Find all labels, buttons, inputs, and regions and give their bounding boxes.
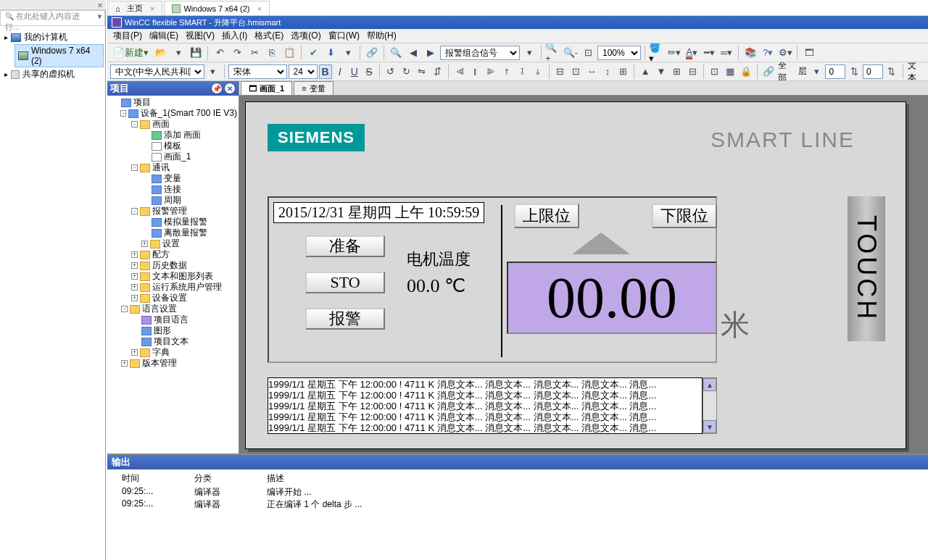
message-list[interactable]: 1999/1/1 星期五 下午 12:00:00 ! 4711 K 消息文本..… bbox=[268, 377, 703, 434]
expand-toggle[interactable]: - bbox=[131, 164, 138, 171]
editor-canvas-wrap[interactable]: SIEMENS SMART LINE 2015/12/31 星期四 上午 10:… bbox=[239, 96, 928, 454]
nav-fwd-button[interactable]: ▶ bbox=[423, 45, 439, 61]
distribute-h-button[interactable]: ⊟ bbox=[553, 64, 568, 80]
sto-button[interactable]: STO bbox=[305, 272, 385, 293]
language-combo[interactable]: 中文(中华人民共和国) bbox=[110, 64, 204, 79]
alarm-combo[interactable]: 报警组合信号 bbox=[440, 46, 520, 60]
vm-tree-shared[interactable]: ▸ 共享的虚拟机 bbox=[1, 67, 104, 81]
open-button[interactable]: 📂 bbox=[153, 45, 169, 61]
project-tree-item[interactable]: -画面 bbox=[107, 119, 239, 130]
project-tree-item[interactable]: 画面_1 bbox=[107, 151, 239, 162]
position-value[interactable]: 00.00 bbox=[507, 262, 717, 334]
dropdown-icon[interactable]: ▾ bbox=[810, 64, 824, 80]
scroll-up-button[interactable]: ▲ bbox=[703, 378, 716, 391]
project-tree[interactable]: 项目-设备_1(Smart 700 IE V3)-画面添加 画面模板画面_1-通… bbox=[107, 96, 239, 454]
zoom-out-button[interactable]: 🔍- bbox=[563, 45, 579, 61]
menu-window[interactable]: 窗口(W) bbox=[326, 30, 362, 42]
send-back-button[interactable]: ▼ bbox=[654, 64, 668, 80]
project-tree-item[interactable]: 连接 bbox=[107, 184, 239, 195]
menu-edit[interactable]: 编辑(E) bbox=[146, 30, 181, 42]
editor-tab-tags[interactable]: ≡ 变量 bbox=[294, 81, 333, 95]
rotate-right-button[interactable]: ↻ bbox=[399, 64, 413, 80]
expand-toggle[interactable]: + bbox=[131, 349, 138, 356]
menu-format[interactable]: 格式(E) bbox=[252, 30, 286, 42]
fontsize-combo[interactable]: 24 bbox=[289, 64, 318, 79]
expand-toggle[interactable]: - bbox=[131, 121, 138, 128]
project-tree-item[interactable]: +设置 bbox=[107, 238, 239, 249]
expand-toggle[interactable]: + bbox=[131, 295, 138, 301]
menu-view[interactable]: 视图(V) bbox=[183, 30, 218, 42]
close-button[interactable]: ✕ bbox=[224, 83, 236, 94]
project-tree-item[interactable]: +历史数据 bbox=[107, 260, 239, 271]
rotate-left-button[interactable]: ↺ bbox=[384, 64, 398, 80]
ungroup-button[interactable]: ⊟ bbox=[685, 64, 700, 80]
line-color-button[interactable]: ✏▾ bbox=[666, 45, 682, 61]
panel-close-x[interactable]: ✕ bbox=[97, 1, 106, 9]
underline-button[interactable]: U bbox=[348, 64, 361, 79]
flip-v-button[interactable]: ⇵ bbox=[431, 64, 445, 80]
align-top-button[interactable]: ⫯ bbox=[500, 64, 514, 80]
nav-back-button[interactable]: ◀ bbox=[405, 45, 421, 61]
snap-button[interactable]: ⊡ bbox=[708, 64, 722, 80]
project-tree-item[interactable]: 项目文本 bbox=[107, 336, 239, 347]
output-row[interactable]: 09:25:... 编译器 正在编译 1 个 delta 步 ... bbox=[122, 498, 914, 511]
expand-toggle[interactable]: + bbox=[121, 360, 128, 367]
project-tree-item[interactable]: +运行系统用户管理 bbox=[107, 282, 239, 293]
help-button[interactable]: ?▾ bbox=[760, 45, 776, 61]
project-tree-item[interactable]: 项目语言 bbox=[107, 314, 239, 325]
fill-color-button[interactable]: 🪣▾ bbox=[649, 45, 665, 61]
project-tree-item[interactable]: -设备_1(Smart 700 IE V3) bbox=[107, 108, 239, 119]
window-button[interactable]: 🗔 bbox=[801, 45, 817, 61]
text-button-label[interactable]: 文本 bbox=[906, 62, 924, 81]
align-bottom-button[interactable]: ⫰ bbox=[531, 64, 546, 80]
new-dropdown-button[interactable]: 📄 新建 ▾ bbox=[110, 45, 152, 61]
redo-button[interactable]: ↷ bbox=[229, 45, 245, 61]
font-color-button[interactable]: A▾ bbox=[684, 45, 700, 61]
expand-toggle[interactable]: - bbox=[121, 306, 128, 312]
zoom-in-button[interactable]: 🔍+ bbox=[545, 45, 561, 61]
close-icon[interactable]: × bbox=[257, 4, 262, 13]
project-tree-item[interactable]: +版本管理 bbox=[107, 358, 239, 369]
copy-button[interactable]: ⎘ bbox=[264, 45, 280, 61]
dropdown-icon[interactable]: ▾ bbox=[521, 45, 537, 61]
project-tree-item[interactable]: 项目 bbox=[107, 97, 239, 108]
project-tree-item[interactable]: 离散量报警 bbox=[107, 227, 239, 238]
align-center-button[interactable]: ⫿ bbox=[468, 64, 483, 80]
tool-button[interactable]: ▾ bbox=[340, 45, 356, 61]
project-tree-item[interactable]: +配方 bbox=[107, 249, 239, 260]
project-tree-item[interactable]: 模板 bbox=[107, 141, 239, 151]
project-tree-item[interactable]: 周期 bbox=[107, 195, 239, 206]
hmi-canvas[interactable]: SIEMENS SMART LINE 2015/12/31 星期四 上午 10:… bbox=[245, 101, 906, 449]
strike-button[interactable]: S bbox=[362, 64, 376, 79]
expand-toggle[interactable]: + bbox=[131, 273, 138, 280]
message-scrollbar[interactable]: ▲ ▼ bbox=[703, 377, 717, 434]
group-button[interactable]: ⊞ bbox=[670, 64, 684, 80]
menu-project[interactable]: 项目(P) bbox=[110, 30, 145, 42]
link-button[interactable]: 🔗 bbox=[364, 45, 380, 61]
stepper-icon[interactable]: ⇅ bbox=[884, 64, 899, 80]
library-button[interactable]: 📚 bbox=[742, 45, 758, 61]
datetime-field[interactable]: 2015/12/31 星期四 上午 10:59:59 bbox=[273, 202, 484, 223]
paste-button[interactable]: 📋 bbox=[281, 45, 297, 61]
expand-toggle[interactable]: + bbox=[141, 241, 148, 247]
alarm-button[interactable]: 报警 bbox=[305, 308, 385, 330]
ready-button[interactable]: 准备 bbox=[305, 235, 385, 257]
vm-tree-item[interactable]: Windows 7 x64 (2) bbox=[14, 44, 104, 67]
same-width-button[interactable]: ↔ bbox=[584, 64, 599, 80]
coord-y-field[interactable]: 0 bbox=[863, 64, 883, 79]
download-button[interactable]: ⬇ bbox=[323, 45, 339, 61]
dropdown-icon[interactable]: ▾ bbox=[170, 45, 186, 61]
project-tree-item[interactable]: 模拟量报警 bbox=[107, 217, 239, 227]
italic-button[interactable]: I bbox=[334, 64, 347, 79]
expand-toggle[interactable]: + bbox=[131, 251, 138, 258]
same-height-button[interactable]: ↕ bbox=[600, 64, 615, 80]
expand-toggle[interactable]: + bbox=[131, 284, 138, 291]
find-button[interactable]: 🔍 bbox=[388, 45, 404, 61]
expand-icon[interactable]: ▸ bbox=[4, 33, 8, 41]
menu-help[interactable]: 帮助(H) bbox=[364, 30, 399, 42]
coord-x-field[interactable]: 0 bbox=[825, 64, 845, 79]
project-tree-item[interactable]: 添加 画面 bbox=[107, 130, 239, 141]
output-row[interactable]: 09:25:... 编译器 编译开始 ... bbox=[122, 486, 914, 498]
expand-toggle[interactable]: - bbox=[120, 110, 127, 117]
vm-search-input[interactable]: 🔍 在此处键入内容进行... ▼ bbox=[0, 10, 105, 26]
